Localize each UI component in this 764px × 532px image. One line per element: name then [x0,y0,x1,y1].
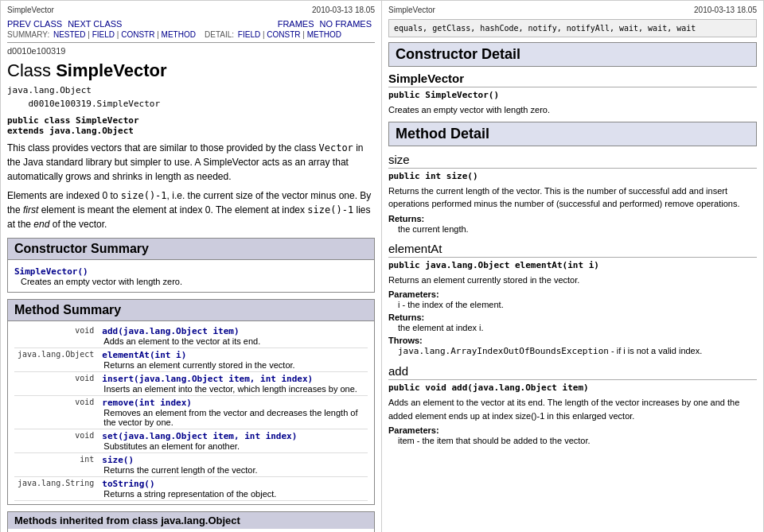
detail-field[interactable]: FIELD [238,30,260,39]
nav-prev-next: PREV CLASS NEXT CLASS [7,19,125,29]
method-sig-cell: set(java.lang.Object item, int index) Su… [99,429,368,453]
class-title: Class SimpleVector [7,60,375,81]
right-timestamp: 2010-03-13 18.05 [694,6,757,14]
method-sig-cell: add(java.lang.Object item) Adds an eleme… [99,324,368,348]
method-detail-size-returns-label: Returns: [388,214,757,223]
method-row: void remove(int index) Removes an elemen… [14,396,368,429]
inheritance-class: d0010e100319.SimpleVector [29,99,161,109]
constructor-summary-body: SimpleVector() Creates an empty vector w… [8,260,374,292]
method-desc: Substitutes an element for another. [103,441,364,451]
class-name: SimpleVector [56,60,166,80]
method-detail-header: Method Detail [388,122,757,146]
java-lang: java.lang.Object [7,85,92,95]
inherited-header: Methods inherited from class java.lang.O… [8,512,374,529]
method-return-type: int [14,453,99,477]
method-detail-elementAt-returns-label: Returns: [388,313,757,322]
method-desc: Returns an element currently stored in t… [103,360,364,370]
right-top-bar: equals, getClass, hashCode, notify, noti… [388,19,757,37]
method-return-type: void [14,429,99,453]
method-desc: Inserts an element into the vector, whic… [103,384,364,394]
method-detail-elementAt-params: i - the index of the element. [398,300,757,309]
detail-constr[interactable]: CONSTR [267,30,300,39]
method-sig-cell: insert(java.lang.Object item, int index)… [99,372,368,396]
nav-summary: SUMMARY: NESTED | FIELD | CONSTR | METHO… [7,30,375,39]
method-desc: Returns the current length of the vector… [103,465,364,475]
frames-link[interactable]: FRAMES [278,19,314,29]
method-detail-elementAt-desc: Returns an element currently stored in t… [388,274,757,287]
method-link[interactable]: add(java.lang.Object item) [102,326,239,336]
prev-class-link[interactable]: PREV CLASS [7,19,62,29]
right-title: SimpleVector [388,6,435,14]
left-nav-top: PREV CLASS NEXT CLASS FRAMES NO FRAMES [7,17,375,30]
method-summary-body: void add(java.lang.Object item) Adds an … [8,321,374,504]
class-desc1: This class provides vectors that are sim… [7,141,375,184]
method-row: void insert(java.lang.Object item, int i… [14,372,368,396]
method-summary-header: Method Summary [8,300,374,321]
method-link[interactable]: insert(java.lang.Object item, int index) [102,374,313,384]
summary-method[interactable]: METHOD [162,30,196,39]
method-detail-elementAt-sig: public java.lang.Object elementAt(int i) [388,260,757,270]
inherited-methods: equals, getClass, hashCode, notify, noti… [8,529,374,532]
left-timestamp: 2010-03-13 18.05 [312,6,375,14]
method-detail-elementAt-throws-label: Throws: [388,336,757,345]
top-divider [7,42,375,43]
constructor-summary-box: Constructor Summary SimpleVector() Creat… [7,238,375,293]
constructor-link[interactable]: SimpleVector() [14,266,88,277]
method-link[interactable]: elementAt(int i) [102,350,186,360]
class-declaration: public class SimpleVectorextends java.la… [7,115,375,136]
method-detail-elementAt-throws: java.lang.ArrayIndexOutOfBoundsException… [398,346,757,356]
constructor-summary-header: Constructor Summary [8,239,374,260]
method-detail-size-desc: Returns the current length of the vector… [388,184,757,211]
method-row: void add(java.lang.Object item) Adds an … [14,324,368,348]
method-summary-box: Method Summary void add(java.lang.Object… [7,299,375,505]
right-page: SimpleVector 2010-03-13 18.05 equals, ge… [382,0,764,532]
inheritance-tree: java.lang.Object d0010e100319.SimpleVect… [7,84,375,111]
summary-nested[interactable]: NESTED [53,30,86,39]
class-id: d0010e100319 [7,46,375,56]
method-link[interactable]: set(java.lang.Object item, int index) [102,431,297,441]
constructor-detail-name: SimpleVector [388,72,757,87]
method-desc: Returns a string representation of the o… [103,489,364,499]
constructor-desc: Creates an empty vector with length zero… [21,277,368,286]
method-sig-cell: elementAt(int i) Returns an element curr… [99,348,368,372]
constructor-detail-header: Constructor Detail [388,42,757,67]
method-detail-size-returns-value: the current length. [398,224,757,234]
method-detail-elementAt-returns-value: the element at index i. [398,323,757,332]
constructor-row: SimpleVector() Creates an empty vector w… [14,263,368,289]
left-title: SimpleVector [7,6,54,14]
method-desc: Adds an element to the vector at its end… [103,336,364,346]
method-sig-cell: size() Returns the current length of the… [99,453,368,477]
method-link[interactable]: toString() [102,479,154,489]
method-detail-elementAt-name: elementAt [388,242,757,258]
left-page: SimpleVector 2010-03-13 18.05 PREV CLASS… [0,0,382,532]
method-sig-cell: remove(int index) Removes an element fro… [99,396,368,429]
method-row: java.lang.Object elementAt(int i) Return… [14,348,368,372]
method-detail-add-params: item - the item that should be added to … [398,436,757,445]
method-return-type: java.lang.Object [14,348,99,372]
method-detail-elementAt-params-label: Parameters: [388,289,757,299]
class-desc2: Elements are indexed 0 to size()-1, i.e.… [7,188,375,231]
left-header: SimpleVector 2010-03-13 18.05 [7,4,375,17]
method-return-type: java.lang.String [14,477,99,501]
method-return-type: void [14,396,99,429]
method-desc: Removes an element from the vector and d… [103,408,364,427]
summary-constr[interactable]: CONSTR [121,30,154,39]
method-link[interactable]: size() [102,455,134,465]
method-row: int size() Returns the current length of… [14,453,368,477]
method-detail-size-name: size [388,153,757,169]
summary-field[interactable]: FIELD [92,30,115,39]
method-row: void set(java.lang.Object item, int inde… [14,429,368,453]
inherited-section: Methods inherited from class java.lang.O… [7,511,375,532]
method-detail-add-name: add [388,364,757,380]
method-link[interactable]: remove(int index) [102,398,192,408]
detail-method[interactable]: METHOD [307,30,341,39]
right-header: SimpleVector 2010-03-13 18.05 [388,4,757,17]
constructor-detail-desc: Creates an empty vector with length zero… [388,103,757,117]
method-row: java.lang.String toString() Returns a st… [14,477,368,501]
next-class-link[interactable]: NEXT CLASS [68,19,122,29]
nav-frames: FRAMES NO FRAMES [278,19,375,29]
constructor-detail-sig: public SimpleVector() [388,90,757,100]
no-frames-link[interactable]: NO FRAMES [320,19,372,29]
method-return-type: void [14,372,99,396]
method-return-type: void [14,324,99,348]
